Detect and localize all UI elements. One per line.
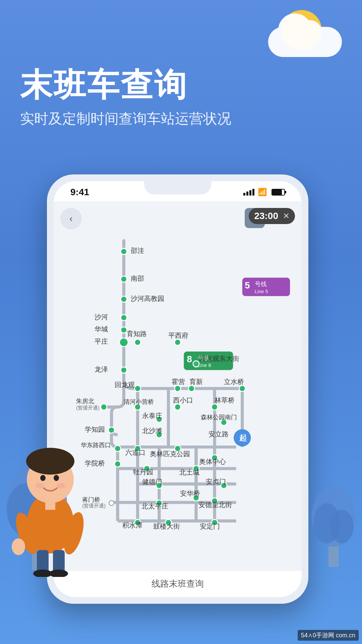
station-huoying [175, 385, 181, 391]
label-olympic-center: 奥体中心 [199, 458, 226, 465]
status-icons: 📶 [243, 188, 285, 197]
svg-point-35 [40, 475, 46, 481]
station-jiangmenqiao [109, 500, 114, 505]
station-huilongguan-east [193, 361, 199, 367]
signal-bar-3 [249, 190, 251, 196]
line5-sublabel: Line 5 [255, 289, 268, 294]
line5-number: 5 [245, 280, 250, 290]
station-yuxin [188, 385, 194, 391]
label-beisahatan: 北沙滩 [142, 427, 162, 434]
label-pingxifu: 平西府 [168, 332, 188, 339]
wifi-icon: 📶 [258, 188, 267, 197]
station-longze [121, 367, 127, 373]
label-andeli: 安德里北街 [198, 501, 232, 508]
label-olympic: 奥林匹克公园 [150, 450, 190, 458]
svg-rect-39 [45, 500, 55, 510]
tree-right [308, 449, 359, 567]
station-pingxifu [175, 339, 181, 345]
station-huilongguan [134, 385, 140, 391]
label-yongtaizhuang: 永泰庄 [142, 412, 162, 419]
back-button[interactable]: ‹ [60, 208, 82, 229]
label-liudaokou: 六道口 [125, 449, 145, 456]
time-close-button[interactable]: ✕ [283, 211, 290, 221]
label-huoying: 霍营 [172, 378, 185, 385]
label-andingmen: 安定门 [200, 523, 220, 530]
svg-point-36 [54, 475, 59, 481]
label-pingzhuang: 平庄 [95, 338, 108, 345]
label-shaowa: 邵洼 [131, 247, 144, 254]
label-anzhengmen: 安贞门 [206, 478, 226, 485]
label-huilongguan-east: 回龙观东大街 [199, 355, 239, 362]
battery-icon [272, 189, 285, 196]
signal-icon [243, 189, 254, 196]
time-display: 23:00 [254, 211, 278, 221]
back-icon: ‹ [69, 213, 72, 224]
label-mudanyuan: 牡丹园 [133, 468, 153, 476]
label-jiandemen: 健德门 [142, 478, 162, 485]
main-title: 末班车查询 [20, 67, 342, 103]
station-shaowa [121, 249, 127, 255]
label-beituancheng: 北土城 [179, 469, 199, 476]
station-xuezhiyuan [108, 427, 114, 433]
line5-label: 号线 [255, 280, 267, 287]
label-anli: 安立路 [208, 430, 229, 438]
cloud-decoration [268, 27, 342, 57]
svg-point-45 [33, 570, 52, 577]
line8-number: 8 [187, 354, 192, 364]
signal-bar-2 [246, 192, 248, 196]
label-shahegaojiao: 沙河高教园 [131, 295, 164, 302]
label-longze: 龙泽 [95, 366, 108, 373]
svg-point-34 [26, 448, 74, 475]
svg-point-38 [57, 483, 65, 488]
station-xixiaokou [175, 404, 181, 410]
label-beitaipingzhuang: 北太平庄 [141, 502, 168, 510]
label-lincuiqiao: 林萃桥 [214, 396, 235, 404]
svg-point-41 [12, 538, 25, 555]
label-jishuitan: 积水潭 [122, 522, 142, 529]
label-yuxin: 育新 [189, 378, 203, 385]
station-shahegaojiao [121, 296, 127, 302]
station-pingzhuang [119, 338, 128, 347]
header-section: 末班车查询 实时及定制时间查询车站运营状况 [20, 67, 342, 128]
phone-notch [144, 181, 211, 195]
signal-bar-1 [243, 193, 245, 196]
label-xixiaokou: 西小口 [173, 396, 193, 404]
watermark: 54∧0手游网 com.cn [298, 630, 359, 641]
label-shahe: 沙河 [95, 313, 108, 321]
station-yuzhilu [134, 339, 140, 345]
station-nanshao [121, 276, 127, 282]
signal-bar-4 [252, 189, 254, 196]
station-shahe [121, 315, 127, 321]
label-qinghexiaoying: 清河小营桥 [124, 398, 154, 405]
battery-fill [272, 190, 282, 195]
label-huilongguan: 回龙观 [115, 381, 135, 388]
character [0, 402, 101, 577]
label-gulou: 鼓楼大街 [153, 523, 180, 530]
line8-sublabel: Line 8 [198, 363, 211, 368]
svg-point-46 [49, 570, 68, 577]
station-huacheng [121, 327, 127, 333]
status-time: 9:41 [70, 187, 89, 198]
station-xueyuanqiao [115, 461, 121, 467]
svg-point-37 [36, 483, 44, 488]
sub-title: 实时及定制时间查询车站运营状况 [20, 109, 342, 128]
svg-point-31 [330, 510, 354, 543]
label-nanshao: 南邵 [131, 275, 144, 282]
station-zhufangbei [101, 404, 107, 410]
station-lishuiqiao [239, 385, 245, 391]
time-control[interactable]: 23:00 ✕ [249, 208, 295, 224]
label-senlin: 森林公园南门 [201, 414, 237, 421]
label-lishuiqiao: 立水桥 [224, 378, 244, 385]
station-lincuiqiao [212, 404, 218, 410]
label-yuzhilu: 育知路 [127, 330, 147, 337]
station-huadonglu [115, 445, 121, 451]
start-label: 起 [239, 434, 247, 442]
label-anhuaqiao: 安华桥 [180, 490, 200, 497]
bottom-bar-text: 线路末班查询 [152, 578, 204, 590]
label-huacheng: 华城 [95, 325, 108, 333]
